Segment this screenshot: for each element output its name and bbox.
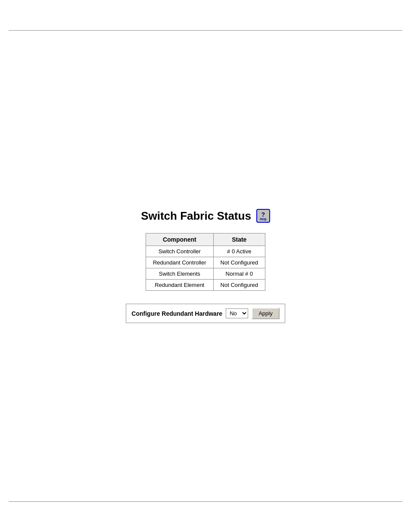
help-label: Help	[260, 218, 266, 221]
col-component-header: Component	[146, 233, 213, 246]
table-cell-state: Normal # 0	[213, 268, 265, 280]
table-cell-component: Redundant Element	[146, 280, 213, 291]
bottom-border	[9, 501, 402, 502]
help-button[interactable]: ? Help	[256, 209, 270, 223]
table-cell-component: Switch Elements	[146, 268, 213, 280]
table-cell-state: Not Configured	[213, 280, 265, 291]
table-cell-state: # 0 Active	[213, 246, 265, 257]
table-row: Redundant ControllerNot Configured	[146, 257, 265, 268]
table-cell-state: Not Configured	[213, 257, 265, 268]
apply-button[interactable]: Apply	[252, 308, 280, 319]
config-select[interactable]: NoYes	[226, 308, 248, 318]
top-border	[9, 30, 402, 31]
help-button-inner: ? Help	[257, 210, 269, 222]
table-cell-component: Switch Controller	[146, 246, 213, 257]
help-question-icon: ?	[262, 212, 265, 218]
page-title-area: Switch Fabric Status ? Help	[141, 209, 270, 223]
config-label: Configure Redundant Hardware	[131, 310, 222, 317]
config-row: Configure Redundant Hardware NoYes Apply	[126, 304, 285, 323]
table-row: Switch ElementsNormal # 0	[146, 268, 265, 280]
page-title: Switch Fabric Status	[141, 209, 251, 223]
col-state-header: State	[213, 233, 265, 246]
main-content: Switch Fabric Status ? Help Component St…	[0, 34, 411, 498]
table-row: Redundant ElementNot Configured	[146, 280, 265, 291]
table-row: Switch Controller# 0 Active	[146, 246, 265, 257]
status-table: Component State Switch Controller# 0 Act…	[146, 233, 265, 291]
table-cell-component: Redundant Controller	[146, 257, 213, 268]
